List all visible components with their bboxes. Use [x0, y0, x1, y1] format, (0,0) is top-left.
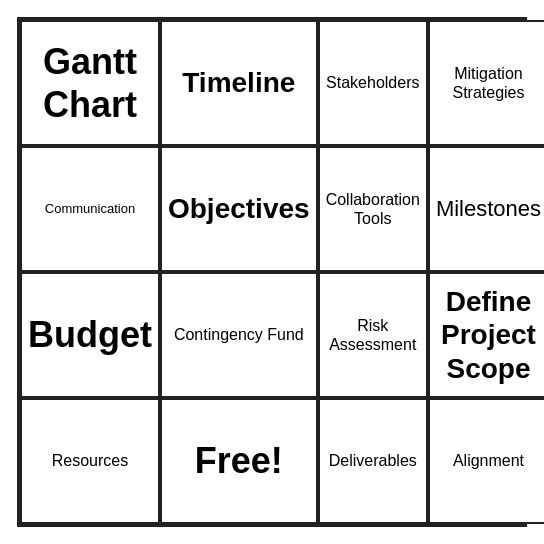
cell-label-stakeholders: Stakeholders	[326, 73, 419, 92]
cell-budget: Budget	[20, 272, 160, 398]
cell-risk-assessment: Risk Assessment	[318, 272, 428, 398]
cell-label-resources: Resources	[52, 451, 128, 470]
cell-label-gantt-chart: Gantt Chart	[28, 40, 152, 126]
cell-contingency-fund: Contingency Fund	[160, 272, 318, 398]
cell-resources: Resources	[20, 398, 160, 524]
cell-gantt-chart: Gantt Chart	[20, 20, 160, 146]
cell-deliverables: Deliverables	[318, 398, 428, 524]
cell-label-contingency-fund: Contingency Fund	[174, 325, 304, 344]
cell-objectives: Objectives	[160, 146, 318, 272]
cell-label-timeline: Timeline	[182, 66, 295, 100]
cell-label-objectives: Objectives	[168, 192, 310, 226]
cell-label-mitigation-strategies: Mitigation Strategies	[436, 64, 541, 102]
cell-alignment: Alignment	[428, 398, 544, 524]
cell-label-budget: Budget	[28, 313, 152, 356]
cell-label-risk-assessment: Risk Assessment	[326, 316, 420, 354]
cell-label-free: Free!	[195, 439, 283, 482]
cell-label-deliverables: Deliverables	[329, 451, 417, 470]
bingo-card: Gantt ChartTimelineStakeholdersMitigatio…	[17, 17, 527, 527]
cell-free: Free!	[160, 398, 318, 524]
cell-label-alignment: Alignment	[453, 451, 524, 470]
cell-label-milestones: Milestones	[436, 196, 541, 222]
cell-label-define-project-scope: Define Project Scope	[436, 285, 541, 386]
cell-mitigation-strategies: Mitigation Strategies	[428, 20, 544, 146]
cell-milestones: Milestones	[428, 146, 544, 272]
cell-label-collaboration-tools: Collaboration Tools	[326, 190, 420, 228]
cell-collaboration-tools: Collaboration Tools	[318, 146, 428, 272]
cell-stakeholders: Stakeholders	[318, 20, 428, 146]
cell-timeline: Timeline	[160, 20, 318, 146]
cell-define-project-scope: Define Project Scope	[428, 272, 544, 398]
cell-label-communication: Communication	[45, 201, 135, 217]
cell-communication: Communication	[20, 146, 160, 272]
